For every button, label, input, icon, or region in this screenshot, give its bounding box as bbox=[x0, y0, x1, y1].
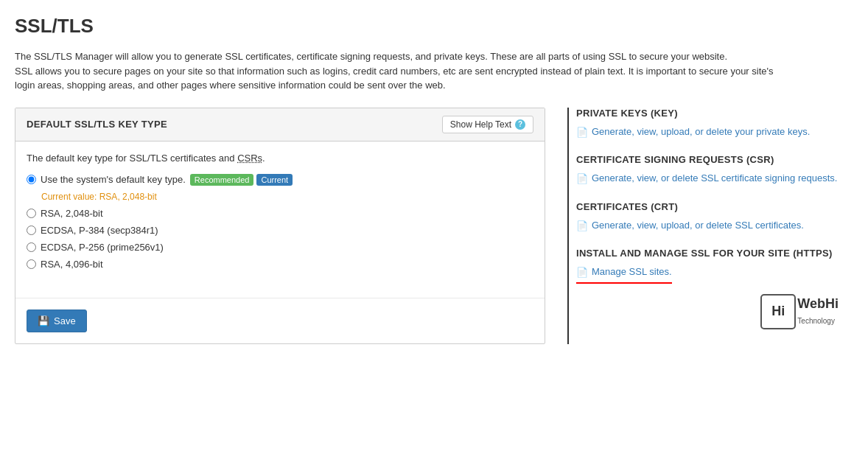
radio-rsa4096[interactable] bbox=[27, 259, 36, 269]
sidebar-title-private-keys: PRIVATE KEYS (KEY) bbox=[576, 108, 853, 119]
sidebar-title-crt: CERTIFICATES (CRT) bbox=[576, 201, 853, 212]
panel-body: The default key type for SSL/TLS certifi… bbox=[15, 141, 545, 290]
radio-default-option: Use the system's default key type. Recom… bbox=[27, 174, 533, 186]
question-icon: ? bbox=[515, 119, 525, 130]
csr-link[interactable]: 📄 Generate, view, or delete SSL certific… bbox=[576, 171, 853, 186]
sidebar-section-crt: CERTIFICATES (CRT) 📄 Generate, view, upl… bbox=[576, 201, 853, 234]
manage-ssl-link[interactable]: 📄 Manage SSL sites. bbox=[576, 265, 672, 280]
sidebar-section-private-keys: PRIVATE KEYS (KEY) 📄 Generate, view, upl… bbox=[576, 108, 853, 140]
radio-ecdsa-p256-option: ECDSA, P-256 (prime256v1) bbox=[27, 242, 533, 253]
crt-link[interactable]: 📄 Generate, view, upload, or delete SSL … bbox=[576, 218, 853, 234]
radio-ecdsa-p256-label[interactable]: ECDSA, P-256 (prime256v1) bbox=[41, 242, 164, 253]
crt-link-text: Generate, view, upload, or delete SSL ce… bbox=[592, 218, 804, 233]
current-value: Current value: RSA, 2,048-bit bbox=[41, 192, 533, 202]
radio-rsa2048-option: RSA, 2,048-bit bbox=[27, 208, 533, 219]
radio-rsa4096-label[interactable]: RSA, 4,096-bit bbox=[41, 259, 103, 270]
radio-ecdsa-p384-option: ECDSA, P-384 (secp384r1) bbox=[27, 225, 533, 236]
doc-icon-manage-ssl: 📄 bbox=[576, 265, 588, 280]
radio-ecdsa-p256[interactable] bbox=[27, 242, 36, 252]
doc-icon-private-keys: 📄 bbox=[576, 125, 588, 140]
logo-watermark: Hi WebHiTechnology bbox=[760, 294, 839, 329]
red-underline-decoration bbox=[576, 282, 672, 284]
ssl-key-type-panel: DEFAULT SSL/TLS KEY TYPE Show Help Text … bbox=[15, 108, 545, 344]
csr-link-text: Generate, view, or delete SSL certificat… bbox=[592, 171, 837, 186]
show-help-button[interactable]: Show Help Text ? bbox=[442, 116, 533, 133]
radio-rsa2048[interactable] bbox=[27, 209, 36, 218]
sidebar-title-install-ssl: INSTALL AND MANAGE SSL FOR YOUR SITE (HT… bbox=[576, 248, 853, 259]
radio-default-label[interactable]: Use the system's default key type. bbox=[41, 174, 186, 185]
panel-description: The default key type for SSL/TLS certifi… bbox=[27, 153, 533, 164]
manage-ssl-link-text: Manage SSL sites. bbox=[592, 265, 672, 279]
radio-rsa4096-option: RSA, 4,096-bit bbox=[27, 259, 533, 270]
intro-text: The SSL/TLS Manager will allow you to ge… bbox=[15, 49, 788, 93]
save-button[interactable]: 💾 Save bbox=[27, 310, 87, 332]
radio-ecdsa-p384[interactable] bbox=[27, 226, 36, 235]
private-keys-link[interactable]: 📄 Generate, view, upload, or delete your… bbox=[576, 125, 853, 140]
sidebar-section-install-ssl: INSTALL AND MANAGE SSL FOR YOUR SITE (HT… bbox=[576, 248, 853, 280]
csrs-abbr: CSRs bbox=[237, 153, 262, 164]
save-area: 💾 Save bbox=[15, 298, 545, 343]
panel-title: DEFAULT SSL/TLS KEY TYPE bbox=[27, 119, 167, 130]
show-help-label: Show Help Text bbox=[450, 119, 511, 130]
badge-current: Current bbox=[256, 174, 293, 186]
sidebar-section-csr: CERTIFICATE SIGNING REQUESTS (CSR) 📄 Gen… bbox=[576, 154, 853, 186]
doc-icon-crt: 📄 bbox=[576, 219, 588, 234]
radio-rsa2048-label[interactable]: RSA, 2,048-bit bbox=[41, 208, 103, 219]
logo-box: Hi bbox=[760, 294, 796, 329]
radio-ecdsa-p384-label[interactable]: ECDSA, P-384 (secp384r1) bbox=[41, 225, 158, 236]
save-label: Save bbox=[54, 315, 76, 326]
page-title: SSL/TLS bbox=[15, 15, 853, 38]
badge-recommended: Recommended bbox=[190, 174, 254, 186]
logo-webhi-text: WebHiTechnology bbox=[797, 296, 839, 327]
private-keys-link-text: Generate, view, upload, or delete your p… bbox=[592, 125, 810, 139]
sidebar-title-csr: CERTIFICATE SIGNING REQUESTS (CSR) bbox=[576, 154, 853, 165]
floppy-icon: 💾 bbox=[38, 315, 49, 326]
doc-icon-csr: 📄 bbox=[576, 172, 588, 186]
logo-hi-text: Hi bbox=[771, 304, 785, 319]
panel-header: DEFAULT SSL/TLS KEY TYPE Show Help Text … bbox=[15, 108, 545, 141]
radio-default[interactable] bbox=[27, 175, 36, 184]
